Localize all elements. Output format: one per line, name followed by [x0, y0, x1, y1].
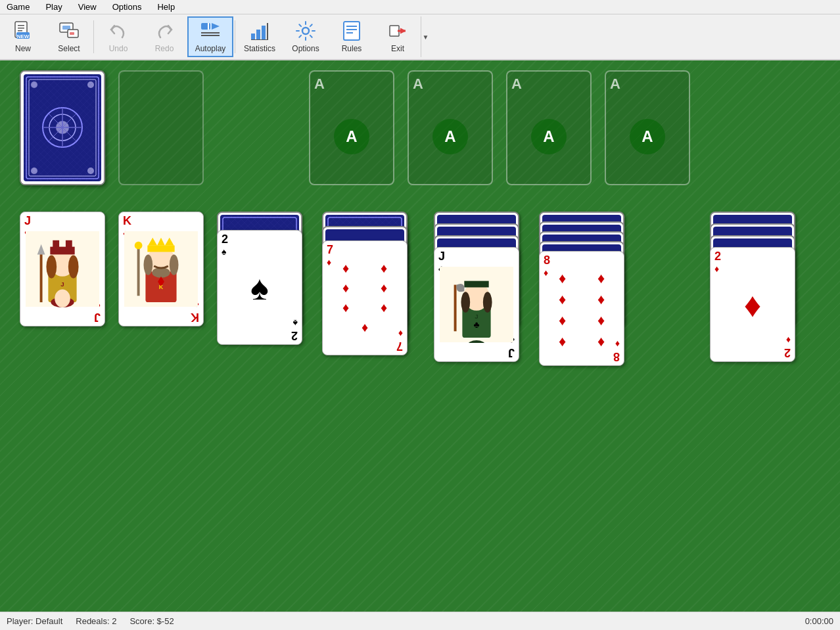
options-icon	[295, 20, 316, 41]
foundation-3-circle: A	[531, 119, 567, 154]
svg-rect-63	[137, 248, 140, 296]
new-label: New	[15, 44, 31, 53]
foundation-2-label: A	[413, 76, 488, 93]
rules-button[interactable]: Rules	[329, 16, 375, 57]
col3-rank-br: 2♠	[291, 318, 298, 342]
svg-rect-19	[251, 39, 268, 40]
toolbar-scroll[interactable]: ▼	[421, 16, 430, 57]
svg-rect-7	[62, 26, 70, 30]
svg-rect-38	[24, 74, 101, 181]
menu-help[interactable]: Help	[153, 1, 179, 13]
autoplay-button[interactable]: Autoplay	[187, 16, 233, 57]
select-button[interactable]: Select	[46, 16, 92, 57]
svg-rect-16	[256, 30, 260, 40]
statistics-button[interactable]: Statistics	[237, 16, 283, 57]
svg-rect-100	[464, 281, 488, 288]
autoplay-label: Autoplay	[195, 44, 226, 53]
svg-rect-47	[40, 251, 43, 303]
svg-rect-3	[18, 30, 22, 32]
svg-rect-15	[251, 34, 255, 40]
exit-label: Exit	[391, 44, 404, 53]
svg-rect-17	[262, 26, 266, 40]
options-button[interactable]: Options	[283, 16, 329, 57]
divider-2	[235, 20, 235, 53]
svg-point-51	[55, 289, 70, 307]
svg-point-62	[170, 254, 179, 275]
svg-point-64	[135, 242, 143, 250]
menubar: Game Play View Options Help	[0, 0, 840, 14]
svg-rect-44	[66, 240, 72, 250]
svg-rect-13	[201, 35, 220, 36]
waste-pile[interactable]	[118, 70, 204, 185]
foundation-4[interactable]: A A	[605, 70, 690, 185]
statistics-icon	[249, 20, 270, 41]
svg-text:K: K	[159, 284, 164, 290]
svg-point-20	[302, 28, 309, 34]
svg-rect-14	[208, 23, 209, 30]
options-label: Options	[292, 44, 319, 53]
foundation-2-circle: A	[432, 119, 468, 154]
svg-rect-25	[390, 26, 399, 36]
svg-text:J: J	[475, 313, 478, 320]
redo-button[interactable]: Redo	[141, 16, 187, 57]
svg-text:NEW: NEW	[17, 34, 30, 39]
svg-rect-12	[201, 32, 220, 34]
svg-point-101	[461, 292, 470, 312]
svg-rect-23	[346, 29, 357, 30]
statistics-label: Statistics	[244, 44, 275, 53]
exit-icon	[387, 20, 408, 41]
svg-rect-24	[346, 32, 353, 34]
svg-text:♣: ♣	[473, 320, 479, 330]
new-icon: NEW	[12, 20, 34, 41]
svg-point-46	[68, 255, 79, 278]
select-label: Select	[58, 44, 80, 53]
player-status: Player: Default	[7, 616, 62, 626]
undo-button[interactable]: Undo	[95, 16, 141, 57]
tableau-col-1[interactable]: J♥ J♥	[20, 212, 105, 326]
score-status: Score: $-52	[129, 616, 174, 626]
foundation-3-label: A	[511, 76, 586, 93]
foundation-1[interactable]: A A	[309, 70, 394, 185]
svg-marker-11	[212, 23, 220, 30]
svg-rect-1	[18, 25, 24, 26]
redo-label: Redo	[155, 44, 174, 53]
rules-icon	[341, 20, 362, 41]
divider-1	[93, 20, 94, 53]
foundation-3[interactable]: A A	[506, 70, 592, 185]
col7-rank-br: 2♦	[784, 335, 791, 359]
svg-rect-9	[70, 32, 74, 35]
exit-button[interactable]: Exit	[375, 16, 421, 57]
select-icon	[58, 20, 80, 41]
menu-play[interactable]: Play	[41, 1, 66, 13]
timer-status: 0:00:00	[805, 616, 833, 626]
menu-game[interactable]: Game	[3, 1, 34, 13]
foundation-4-label: A	[610, 76, 685, 93]
redo-icon	[154, 20, 175, 41]
svg-rect-103	[454, 285, 457, 332]
undo-icon	[108, 20, 129, 41]
game-area: A A A A A A A A J♥ J♥	[0, 60, 840, 623]
toolbar: NEW New Select Undo	[0, 14, 840, 60]
svg-text:J: J	[60, 281, 64, 288]
undo-label: Undo	[109, 44, 128, 53]
foundation-2[interactable]: A A	[408, 70, 493, 185]
menu-view[interactable]: View	[74, 1, 101, 13]
autoplay-icon	[200, 20, 221, 41]
svg-rect-22	[346, 26, 357, 27]
svg-rect-56	[147, 246, 174, 252]
foundation-1-circle: A	[334, 119, 369, 154]
stock-pile[interactable]	[20, 70, 105, 185]
svg-rect-26	[398, 30, 406, 32]
svg-rect-21	[344, 22, 360, 40]
svg-rect-2	[18, 28, 24, 29]
col7-center: ♦	[744, 285, 762, 325]
svg-point-61	[143, 254, 152, 275]
col7-rank-tl: 2♦	[714, 250, 721, 274]
tableau-col-2[interactable]: K♦ K♦	[118, 212, 204, 326]
col3-center: ♠	[250, 268, 269, 307]
menu-options[interactable]: Options	[108, 1, 146, 13]
svg-rect-43	[53, 240, 59, 250]
svg-point-102	[483, 292, 492, 312]
rules-label: Rules	[342, 44, 362, 53]
new-button[interactable]: NEW New	[0, 16, 46, 57]
